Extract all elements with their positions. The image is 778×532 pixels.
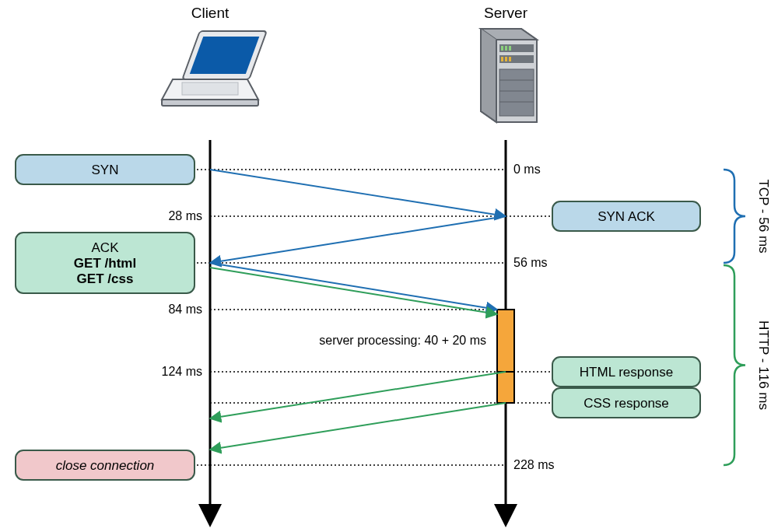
event-label: GET /html bbox=[74, 256, 136, 271]
message-arrow bbox=[210, 170, 506, 216]
svg-rect-5 bbox=[499, 55, 534, 63]
svg-rect-3 bbox=[182, 82, 238, 95]
time-label: 228 ms bbox=[513, 458, 554, 471]
message-arrow bbox=[210, 216, 506, 263]
time-label: 0 ms bbox=[513, 163, 541, 176]
event-label: GET /css bbox=[77, 271, 134, 286]
svg-rect-10 bbox=[505, 57, 507, 61]
bracket bbox=[724, 265, 745, 465]
message-arrow bbox=[210, 268, 497, 314]
event-label: HTML response bbox=[580, 365, 673, 380]
bracket-label: HTTP - 116 ms bbox=[756, 320, 771, 410]
time-label: 124 ms bbox=[162, 365, 202, 378]
svg-rect-8 bbox=[509, 46, 511, 51]
svg-rect-6 bbox=[501, 46, 503, 51]
server-processing-bar bbox=[497, 310, 514, 403]
server-icon bbox=[481, 29, 537, 122]
time-label: 84 ms bbox=[168, 303, 202, 316]
svg-rect-9 bbox=[501, 57, 503, 61]
svg-rect-2 bbox=[162, 100, 258, 106]
message-arrow bbox=[210, 263, 497, 310]
server-processing-label: server processing: 40 + 20 ms bbox=[319, 334, 486, 347]
bracket-label: TCP - 56 ms bbox=[756, 179, 771, 253]
server-heading: Server bbox=[484, 5, 528, 21]
event-label: ACK bbox=[92, 240, 120, 255]
laptop-icon bbox=[162, 31, 267, 106]
message-arrow bbox=[210, 372, 506, 418]
svg-rect-7 bbox=[505, 46, 507, 51]
svg-rect-12 bbox=[499, 69, 534, 116]
time-label: 56 ms bbox=[513, 256, 548, 269]
event-label: CSS response bbox=[584, 396, 669, 411]
bracket bbox=[724, 170, 745, 263]
client-heading: Client bbox=[191, 5, 230, 21]
svg-rect-4 bbox=[499, 44, 534, 52]
message-arrow bbox=[210, 403, 506, 450]
event-label: SYN ACK bbox=[598, 209, 655, 224]
time-label: 28 ms bbox=[168, 209, 202, 222]
svg-rect-11 bbox=[509, 57, 511, 61]
event-label: close connection bbox=[56, 458, 155, 473]
event-label: SYN bbox=[92, 163, 119, 177]
